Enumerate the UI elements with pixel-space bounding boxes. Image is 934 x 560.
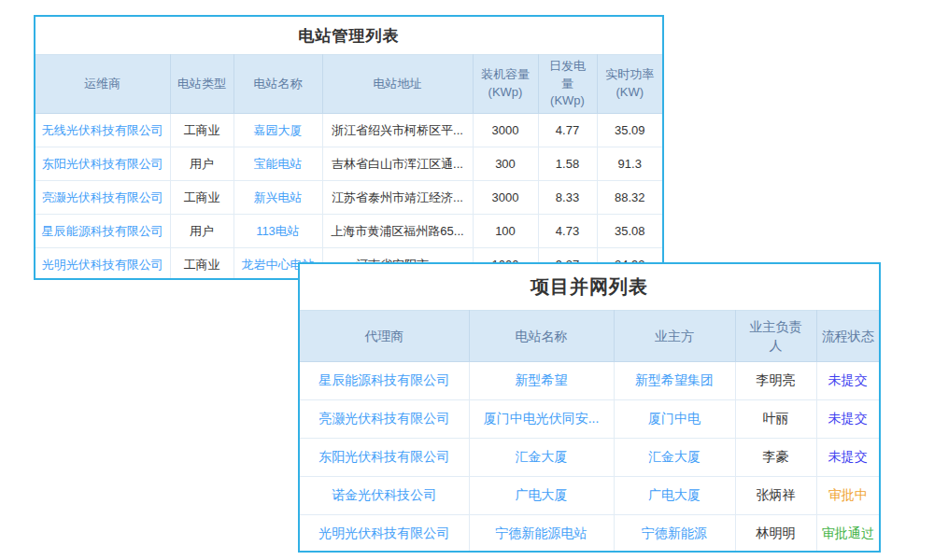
station-name-link[interactable]: 广电大厦: [516, 487, 568, 502]
cell-daily-energy: 4.73: [538, 215, 597, 248]
station-management-card: 电站管理列表 运维商 电站类型 电站名称 电站地址 装机容量 (KWp) 日发电…: [34, 15, 664, 280]
cell-owner: 新型希望集团: [614, 362, 735, 400]
owner-link[interactable]: 厦门中电: [648, 411, 700, 426]
grid-table: 代理商 电站名称 业主方 业主负责人 流程状态 星辰能源科技有限公司 新型希望 …: [300, 310, 879, 553]
agent-link[interactable]: 诺金光伏科技公司: [332, 487, 436, 502]
agent-link[interactable]: 东阳光伏科技有限公司: [318, 449, 449, 464]
cell-station-name: 113电站: [234, 215, 322, 248]
status-link[interactable]: 未提交: [828, 449, 868, 464]
status-link[interactable]: 审批通过: [822, 525, 874, 540]
table-row: 星辰能源科技有限公司 用户 113电站 上海市黄浦区福州路65... 100 4…: [35, 215, 662, 248]
cell-capacity: 3000: [473, 114, 538, 147]
cell-station-name: 嘉园大厦: [234, 114, 322, 147]
station-name-link[interactable]: 宝能电站: [254, 157, 303, 171]
operator-link[interactable]: 星辰能源科技有限公司: [42, 224, 163, 238]
operator-link[interactable]: 亮灏光伏科技有限公司: [42, 190, 163, 204]
table-row: 无线光伏科技有限公司 工商业 嘉园大厦 浙江省绍兴市柯桥区平... 3000 4…: [35, 114, 662, 147]
cell-station-name: 宝能电站: [234, 147, 322, 181]
cell-station-type: 工商业: [170, 248, 234, 281]
cell-realtime-power: 88.32: [597, 181, 662, 215]
status-link[interactable]: 未提交: [828, 411, 868, 426]
col-header-agent: 代理商: [300, 311, 469, 362]
operator-link[interactable]: 无线光伏科技有限公司: [42, 123, 163, 137]
table-row: 东阳光伏科技有限公司 用户 宝能电站 吉林省白山市浑江区通... 300 1.5…: [35, 147, 662, 181]
status-link[interactable]: 审批中: [828, 487, 868, 502]
cell-agent: 亮灏光伏科技有限公司: [300, 400, 469, 439]
cell-capacity: 300: [473, 147, 538, 181]
table-row: 光明光伏科技有限公司 宁德新能源电站 宁德新能源 林明明 审批通过: [300, 515, 879, 553]
cell-process-status: 未提交: [816, 439, 879, 477]
station-name-link[interactable]: 宁德新能源电站: [496, 525, 587, 540]
col-header-station-name: 电站名称: [234, 55, 322, 114]
cell-station-name: 宁德新能源电站: [469, 515, 614, 553]
col-header-operator: 运维商: [35, 55, 170, 114]
cell-agent: 星辰能源科技有限公司: [300, 362, 469, 400]
cell-process-status: 审批通过: [816, 515, 879, 553]
table-row: 东阳光伏科技有限公司 汇金大厦 汇金大厦 李豪 未提交: [300, 439, 879, 477]
agent-link[interactable]: 亮灏光伏科技有限公司: [318, 411, 449, 426]
operator-link[interactable]: 光明光伏科技有限公司: [42, 258, 163, 272]
project-grid-card: 项目并网列表 代理商 电站名称 业主方 业主负责人 流程状态 星辰能源科技有限公…: [298, 262, 881, 553]
agent-link[interactable]: 光明光伏科技有限公司: [318, 525, 449, 540]
cell-operator: 东阳光伏科技有限公司: [35, 147, 170, 181]
cell-capacity: 3000: [473, 181, 538, 215]
cell-station-type: 用户: [170, 215, 234, 248]
cell-owner: 宁德新能源: [614, 515, 735, 553]
table-row: 亮灏光伏科技有限公司 厦门中电光伏同安... 厦门中电 叶丽 未提交: [300, 400, 879, 439]
grid-card-title: 项目并网列表: [300, 264, 879, 310]
cell-process-status: 审批中: [816, 477, 879, 515]
status-link[interactable]: 未提交: [828, 372, 868, 387]
col-header-realtime-power: 实时功率 (KW): [597, 55, 662, 114]
cell-station-type: 工商业: [170, 114, 234, 147]
station-name-link[interactable]: 汇金大厦: [516, 449, 568, 464]
owner-link[interactable]: 汇金大厦: [648, 449, 700, 464]
station-name-link[interactable]: 新型希望: [516, 372, 568, 387]
cell-station-name: 广电大厦: [469, 477, 614, 515]
cell-owner-contact: 李明亮: [735, 362, 816, 400]
cell-station-address: 吉林省白山市浑江区通...: [322, 147, 473, 181]
table-row: 诺金光伏科技公司 广电大厦 广电大厦 张炳祥 审批中: [300, 477, 879, 515]
cell-agent: 东阳光伏科技有限公司: [300, 439, 469, 477]
cell-daily-energy: 4.77: [538, 114, 597, 147]
cell-agent: 诺金光伏科技公司: [300, 477, 469, 515]
station-card-title: 电站管理列表: [35, 17, 662, 54]
agent-link[interactable]: 星辰能源科技有限公司: [318, 372, 449, 387]
cell-owner: 广电大厦: [614, 477, 735, 515]
cell-operator: 星辰能源科技有限公司: [35, 215, 170, 248]
operator-link[interactable]: 东阳光伏科技有限公司: [42, 157, 163, 171]
owner-link[interactable]: 广电大厦: [648, 487, 700, 502]
col-header-capacity: 装机容量 (KWp): [473, 55, 538, 114]
col-header-process-status: 流程状态: [816, 311, 879, 362]
cell-operator: 无线光伏科技有限公司: [35, 114, 170, 147]
station-name-link[interactable]: 新兴电站: [254, 190, 303, 204]
cell-daily-energy: 1.58: [538, 147, 597, 181]
cell-station-name: 新型希望: [469, 362, 614, 400]
cell-owner-contact: 张炳祥: [735, 477, 816, 515]
station-name-link[interactable]: 厦门中电光伏同安...: [484, 411, 600, 426]
owner-link[interactable]: 宁德新能源: [642, 525, 707, 540]
cell-owner: 汇金大厦: [614, 439, 735, 477]
col-header-station-name: 电站名称: [469, 311, 614, 362]
cell-agent: 光明光伏科技有限公司: [300, 515, 469, 553]
cell-operator: 亮灏光伏科技有限公司: [35, 181, 170, 215]
cell-capacity: 100: [473, 215, 538, 248]
station-table-header-row: 运维商 电站类型 电站名称 电站地址 装机容量 (KWp) 日发电量 (KWp)…: [35, 55, 662, 114]
cell-daily-energy: 8.33: [538, 181, 597, 215]
col-header-station-address: 电站地址: [322, 55, 473, 114]
col-header-owner-contact: 业主负责人: [735, 311, 816, 362]
cell-owner-contact: 李豪: [735, 439, 816, 477]
cell-station-type: 工商业: [170, 181, 234, 215]
station-name-link[interactable]: 嘉园大厦: [254, 123, 303, 137]
cell-process-status: 未提交: [816, 362, 879, 400]
cell-realtime-power: 91.3: [597, 147, 662, 181]
cell-station-address: 浙江省绍兴市柯桥区平...: [322, 114, 473, 147]
cell-owner-contact: 林明明: [735, 515, 816, 553]
owner-link[interactable]: 新型希望集团: [635, 372, 714, 387]
cell-station-name: 厦门中电光伏同安...: [469, 400, 614, 439]
table-row: 亮灏光伏科技有限公司 工商业 新兴电站 江苏省泰州市靖江经济... 3000 8…: [35, 181, 662, 215]
station-table: 运维商 电站类型 电站名称 电站地址 装机容量 (KWp) 日发电量 (KWp)…: [35, 54, 662, 280]
station-name-link[interactable]: 113电站: [256, 224, 300, 238]
cell-station-name: 汇金大厦: [469, 439, 614, 477]
cell-realtime-power: 35.08: [597, 215, 662, 248]
table-row: 星辰能源科技有限公司 新型希望 新型希望集团 李明亮 未提交: [300, 362, 879, 400]
